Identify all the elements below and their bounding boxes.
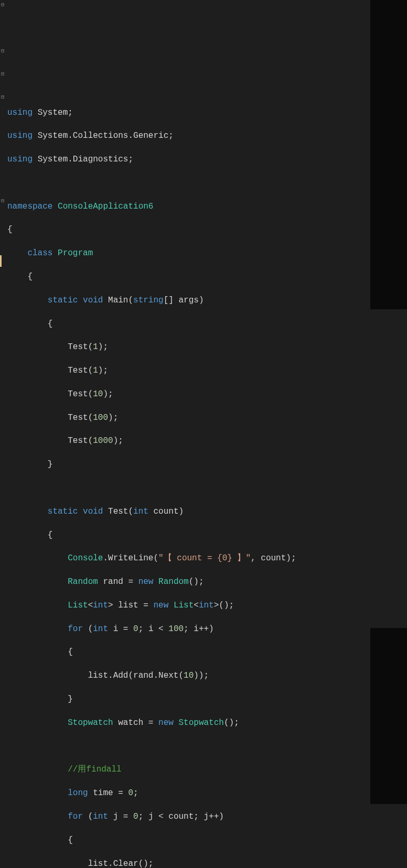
call: Test(1); (68, 342, 108, 352)
fold-icon[interactable]: ⊟ (1, 94, 4, 101)
minimap-dark-region-2 (370, 628, 407, 804)
minimap-dark-region-1 (370, 0, 407, 309)
call: Test(10); (68, 389, 113, 399)
code-editor[interactable]: ⊟ ⊟ ⊟ ⊟ ⊟ using System; using System.Col… (0, 0, 407, 868)
call: Test(100); (68, 413, 118, 422)
call: Test(1); (68, 366, 108, 375)
code-content: using System; using System.Collections.G… (7, 95, 407, 868)
fold-icon[interactable]: ⊟ (1, 2, 4, 9)
fold-icon[interactable]: ⊟ (1, 198, 4, 205)
gutter: ⊟ ⊟ ⊟ ⊟ ⊟ (0, 0, 6, 868)
fold-icon[interactable]: ⊟ (1, 48, 4, 55)
fold-icon[interactable]: ⊟ (1, 71, 4, 78)
change-marker (0, 255, 2, 267)
call: Test(1000); (68, 436, 123, 446)
